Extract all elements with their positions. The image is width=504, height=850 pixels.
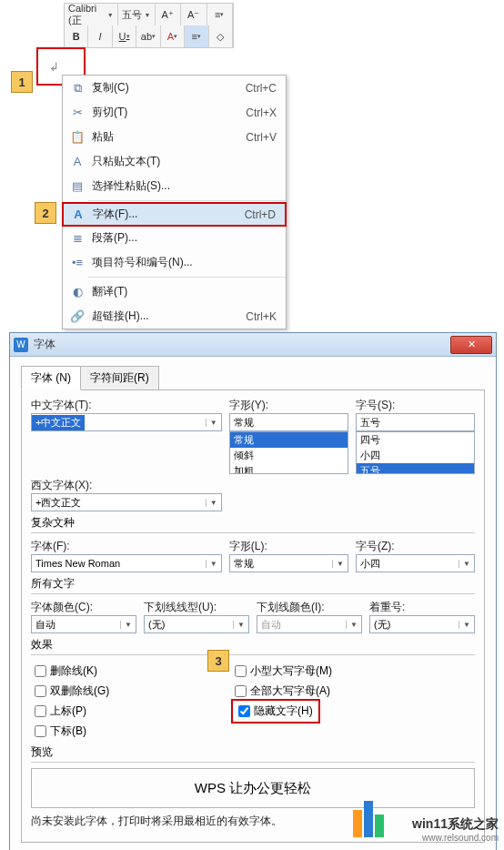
chevron-down-icon: ▼ bbox=[145, 12, 151, 18]
group-preview: 预览 bbox=[31, 744, 475, 760]
menu-paragraph[interactable]: ≣ 段落(P)... bbox=[63, 226, 286, 250]
emphasis-combo[interactable]: (无)▼ bbox=[369, 615, 475, 633]
callout-3: 3 bbox=[207, 650, 229, 672]
label-style: 字形(Y): bbox=[229, 398, 348, 413]
underline-style-combo[interactable]: (无)▼ bbox=[144, 615, 249, 633]
font-color-button[interactable]: A▾ bbox=[161, 25, 185, 47]
group-complex: 复杂文种 bbox=[31, 515, 475, 531]
paragraph-icon: ≣ bbox=[68, 231, 86, 245]
paste-icon: 📋 bbox=[68, 130, 86, 144]
menu-paste-special[interactable]: ▤ 选择性粘贴(S)... bbox=[63, 174, 286, 198]
group-effects: 效果 bbox=[31, 637, 475, 653]
paste-text-icon: A bbox=[68, 155, 86, 168]
label-size: 字号(S): bbox=[356, 398, 475, 413]
paste-special-icon: ▤ bbox=[68, 179, 86, 193]
context-menu: ⧉ 复制(C) Ctrl+C ✂ 剪切(T) Ctrl+X 📋 粘贴 Ctrl+… bbox=[62, 75, 287, 329]
font-name-value: Calibri (正 bbox=[68, 3, 107, 27]
chevron-down-icon: ▼ bbox=[206, 499, 221, 507]
dialog-title: 字体 bbox=[34, 337, 55, 352]
style-listbox[interactable]: 常规 倾斜 加粗 bbox=[229, 431, 348, 474]
line-spacing-button[interactable]: ≡▾ bbox=[207, 4, 234, 25]
style-input[interactable]: 常规 bbox=[229, 413, 348, 431]
chk-dstrike[interactable]: 双删除线(G) bbox=[31, 681, 231, 701]
menu-paste[interactable]: 📋 粘贴 Ctrl+V bbox=[63, 125, 286, 149]
west-font-combo[interactable]: +西文正文 ▼ bbox=[31, 493, 222, 511]
dialog-titlebar[interactable]: W 字体 ✕ bbox=[10, 333, 496, 357]
highlight-box-3: 隐藏文字(H) bbox=[231, 699, 320, 724]
label-cn-font: 中文字体(T): bbox=[31, 398, 222, 413]
size-input[interactable]: 五号 bbox=[356, 413, 475, 431]
underline-color-combo: 自动▼ bbox=[257, 615, 362, 633]
chk-sub[interactable]: 下标(B) bbox=[31, 721, 231, 741]
paragraph-mark-icon: ↲ bbox=[49, 60, 59, 74]
eraser-button[interactable]: ◇ bbox=[209, 25, 233, 47]
font-name-combo[interactable]: Calibri (正 ▼ bbox=[65, 4, 118, 25]
label-west-font: 西文字体(X): bbox=[31, 478, 222, 493]
menu-translate[interactable]: ◐ 翻译(T) bbox=[63, 279, 286, 304]
cx-style-combo[interactable]: 常规▼ bbox=[229, 554, 348, 572]
translate-icon: ◐ bbox=[68, 285, 86, 299]
chk-smallcaps[interactable]: 小型大写字母(M) bbox=[231, 661, 431, 681]
font-size-value: 五号 bbox=[122, 8, 142, 22]
preview-note: 尚未安装此字体，打印时将采用最相近的有效字体。 bbox=[31, 814, 475, 829]
tab-font[interactable]: 字体 (N) bbox=[21, 366, 81, 390]
preview-box: WPS 让办公更轻松 bbox=[31, 768, 475, 808]
cn-font-combo[interactable]: +中文正文 ▼ bbox=[31, 413, 222, 431]
chk-sup[interactable]: 上标(P) bbox=[31, 701, 231, 721]
menu-hyperlink[interactable]: 🔗 超链接(H)... Ctrl+K bbox=[63, 304, 286, 329]
watermark-logo bbox=[353, 801, 386, 837]
size-listbox[interactable]: 四号 小四 五号 bbox=[356, 431, 475, 474]
tab-char-spacing[interactable]: 字符间距(R) bbox=[80, 366, 159, 390]
menu-font[interactable]: A 字体(F)... Ctrl+D bbox=[62, 202, 287, 227]
decrease-font-button[interactable]: A⁻ bbox=[181, 4, 207, 25]
cx-size-combo[interactable]: 小四▼ bbox=[356, 554, 475, 572]
watermark-text: win11系统之家 www.relsound.com bbox=[412, 816, 499, 843]
menu-cut[interactable]: ✂ 剪切(T) Ctrl+X bbox=[63, 100, 286, 125]
chk-strike[interactable]: 删除线(K) bbox=[31, 661, 231, 681]
font-dialog: W 字体 ✕ 字体 (N) 字符间距(R) 中文字体(T): 字形(Y): 字号… bbox=[9, 332, 497, 850]
font-size-combo[interactable]: 五号 ▼ bbox=[118, 4, 156, 25]
highlight-button[interactable]: ab▾ bbox=[136, 25, 160, 47]
callout-1: 1 bbox=[11, 71, 33, 93]
menu-separator bbox=[88, 277, 286, 278]
copy-icon: ⧉ bbox=[68, 81, 86, 96]
chevron-down-icon: ▼ bbox=[107, 12, 114, 18]
cx-font-combo[interactable]: Times New Roman▼ bbox=[31, 554, 222, 572]
callout-2: 2 bbox=[35, 202, 56, 224]
chk-hidden[interactable] bbox=[238, 705, 250, 717]
link-icon: 🔗 bbox=[68, 309, 86, 323]
menu-copy[interactable]: ⧉ 复制(C) Ctrl+C bbox=[63, 76, 286, 100]
align-button[interactable]: ≡▾ bbox=[185, 25, 208, 47]
formatting-toolbar: Calibri (正 ▼ 五号 ▼ A⁺ A⁻ ≡▾ B I U▾ ab▾ A▾… bbox=[64, 3, 234, 48]
group-all-text: 所有文字 bbox=[31, 576, 475, 592]
menu-paste-text[interactable]: A 只粘贴文本(T) bbox=[63, 149, 286, 174]
font-color-combo[interactable]: 自动▼ bbox=[31, 615, 136, 633]
close-button[interactable]: ✕ bbox=[450, 336, 492, 354]
bullets-icon: •≡ bbox=[68, 256, 86, 269]
app-icon: W bbox=[14, 338, 28, 352]
font-icon: A bbox=[69, 207, 87, 221]
increase-font-button[interactable]: A⁺ bbox=[156, 4, 182, 25]
menu-bullets[interactable]: •≡ 项目符号和编号(N)... bbox=[63, 250, 286, 275]
bold-button[interactable]: B bbox=[65, 25, 88, 47]
underline-button[interactable]: U▾ bbox=[113, 25, 136, 47]
chevron-down-icon: ▼ bbox=[206, 419, 221, 427]
menu-separator bbox=[88, 200, 286, 201]
cut-icon: ✂ bbox=[68, 106, 86, 119]
italic-button[interactable]: I bbox=[88, 25, 112, 47]
